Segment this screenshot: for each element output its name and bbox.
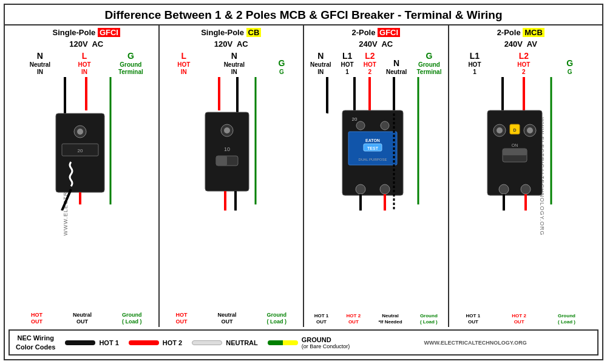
terminal-n2-label2: IN: [231, 69, 237, 76]
hot1-label: HOT 1: [99, 339, 118, 346]
content-area: WWW.ELECTRICALTECHNOLOGY.ORG WWW.ELECTRI…: [5, 25, 602, 327]
terminal-n2-label1: Neutral: [224, 61, 245, 69]
out-ground2-label1: Ground: [266, 312, 287, 318]
legend-ground: GROUND (or Bare Conductor): [268, 336, 350, 349]
out-hot1-label1: HOT: [31, 312, 42, 318]
svg-point-34: [381, 121, 389, 130]
section2-prefix: Single-Pole: [201, 28, 246, 37]
page-title: Difference Between 1 & 2 Poles MCB & GFC…: [5, 5, 602, 25]
out-ground1-label1: Ground: [122, 312, 142, 318]
section2-terminals: L HOT IN N Neutral IN G G: [161, 51, 302, 76]
out-ground2-label2: ( Load ): [266, 318, 287, 325]
output-neutral2: Neutral OUT: [217, 312, 236, 325]
svg-point-45: [497, 127, 503, 133]
ground-swatch: [268, 340, 298, 345]
svg-rect-18: [216, 156, 227, 166]
legend-website: WWW.ELECTRICALTECHNOLOGY.ORG: [359, 340, 591, 346]
section1-badge: GFCI: [98, 28, 120, 37]
section3-badge: GFCI: [378, 28, 400, 37]
section3-diagram: EATON TEST DUAL PURPOSE 20: [305, 77, 447, 312]
section3-terminals: N Neutral IN L1 HOT 1 L2 HOT 2: [305, 51, 447, 76]
svg-text:20: 20: [78, 148, 83, 153]
section4-header: 2-Pole MCB: [497, 28, 544, 38]
section1-svg: 20: [47, 77, 126, 211]
output-hot1: HOT OUT: [31, 312, 42, 325]
terminal-l1-letter: L: [82, 51, 87, 61]
section1-prefix: Single-Pole: [53, 28, 98, 37]
terminal-l1-3: L1 HOT 1: [341, 51, 354, 76]
section1-voltage: 120V AC: [69, 39, 103, 49]
svg-point-54: [499, 184, 509, 194]
svg-text:TEST: TEST: [367, 146, 379, 150]
out-neutral1-label1: Neutral: [73, 312, 92, 318]
legend-hot1: HOT 1: [65, 339, 118, 346]
output-ground3: Ground ( Load ): [420, 313, 438, 325]
svg-text:ON: ON: [512, 143, 518, 147]
output-hot1-4: HOT 1 OUT: [466, 313, 481, 325]
terminal-n2-letter: N: [231, 51, 237, 61]
svg-text:EATON: EATON: [365, 138, 380, 143]
terminal-n3b: N Neutral: [386, 58, 407, 76]
terminal-n1-label1: Neutral: [30, 61, 50, 69]
section4-voltage: 240V AV: [504, 39, 537, 49]
out-hot1-label2: OUT: [31, 318, 42, 325]
svg-text:D: D: [513, 128, 516, 132]
section3-header: 2-Pole GFCI: [351, 28, 400, 38]
terminal-g1-label1: Ground: [120, 61, 141, 69]
section-two-pole-mcb: 2-Pole MCB 240V AV L1 HOT 1 L2 HOT 2: [449, 25, 593, 327]
legend-bar: NEC WiringColor Codes HOT 1 HOT 2 NEUTRA…: [8, 329, 599, 356]
terminal-n1-label2: IN: [37, 69, 43, 76]
output-neutral3: Neutral *If Needed: [378, 313, 402, 325]
terminal-l2: L HOT IN: [177, 51, 190, 76]
terminal-l1-label2: IN: [81, 69, 87, 76]
section4-outputs: HOT 1 OUT HOT 2 OUT Ground ( Load ): [450, 313, 592, 325]
svg-point-47: [527, 127, 533, 133]
out-hot2-label1: HOT: [175, 312, 187, 318]
legend-neutral: NEUTRAL: [192, 339, 258, 346]
terminal-g1-letter: G: [127, 51, 134, 61]
section-single-pole-gfci: Single-Pole GFCI 120V AC N Neutral IN L …: [15, 25, 160, 327]
out-neutral2-label1: Neutral: [217, 312, 236, 318]
terminal-l1-label1: HOT: [78, 61, 90, 69]
terminal-l2-label1: HOT: [177, 61, 190, 69]
svg-point-15: [224, 127, 230, 133]
section-single-pole-cb: Single-Pole CB 120V AC L HOT IN N Neutra…: [160, 25, 305, 327]
section2-badge: CB: [246, 28, 262, 37]
section2-header: Single-Pole CB: [201, 28, 261, 38]
terminal-g2-label2: G: [279, 69, 284, 76]
section4-svg: D ON OFF: [472, 77, 569, 211]
output-hot2-3: HOT 2 OUT: [347, 313, 361, 325]
neutral-label: NEUTRAL: [226, 339, 258, 346]
terminal-g2: G G: [278, 58, 285, 76]
legend-title: NEC WiringColor Codes: [16, 334, 55, 351]
main-container: Difference Between 1 & 2 Poles MCB & GFC…: [4, 4, 603, 360]
output-hot1-3: HOT 1 OUT: [314, 313, 329, 325]
terminal-l2-3: L2 HOT 2: [364, 51, 376, 76]
section4-badge: MCB: [523, 28, 544, 37]
section4-prefix: 2-Pole: [497, 28, 523, 37]
section2-svg: 10: [192, 77, 271, 211]
out-ground1-label2: ( Load ): [122, 318, 142, 325]
terminal-g1: G Ground Terminal: [118, 51, 143, 76]
output-hot2: HOT OUT: [175, 312, 187, 325]
ground-label: GROUND (or Bare Conductor): [302, 336, 350, 349]
svg-text:20: 20: [352, 116, 358, 122]
terminal-g2-letter: G: [278, 58, 285, 69]
terminal-g1-label2: Terminal: [118, 69, 143, 76]
section4-terminals: L1 HOT 1 L2 HOT 2 G G: [450, 51, 592, 76]
section1-outputs: HOT OUT Neutral OUT Ground ( Load ): [16, 312, 157, 325]
out-hot2-label2: OUT: [175, 318, 187, 325]
output-neutral1: Neutral OUT: [73, 312, 92, 325]
terminal-n1-letter: N: [37, 51, 43, 61]
sections-container: Single-Pole GFCI 120V AC N Neutral IN L …: [5, 25, 602, 327]
hot1-swatch: [65, 340, 95, 345]
section-two-pole-gfci: 2-Pole GFCI 240V AC N Neutral IN L1 HOT …: [304, 25, 449, 327]
legend-hot2: HOT 2: [129, 339, 182, 346]
section2-outputs: HOT OUT Neutral OUT Ground ( Load ): [161, 312, 302, 325]
terminal-n2: N Neutral IN: [224, 51, 245, 76]
terminal-l2-label2: IN: [181, 69, 187, 76]
title-text: Difference Between 1 & 2 Poles MCB & GFC…: [104, 8, 502, 21]
svg-text:DUAL PURPOSE: DUAL PURPOSE: [359, 158, 387, 161]
terminal-l2-4: L2 HOT 2: [517, 51, 530, 76]
section1-header: Single-Pole GFCI: [53, 28, 120, 38]
